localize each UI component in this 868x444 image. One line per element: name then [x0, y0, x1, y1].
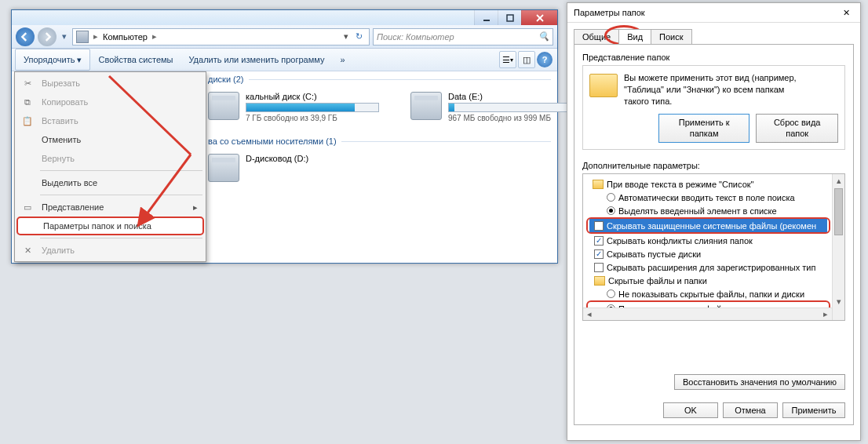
address-bar: ▾ ▸ Компьютер ▸ ▾ ↻ Поиск: Компьютер 🔍 — [12, 25, 557, 49]
system-properties-button[interactable]: Свойства системы — [90, 49, 181, 71]
advanced-label: Дополнительные параметры: — [582, 161, 845, 170]
copy-icon: ⧉ — [21, 96, 34, 108]
view-mode-button[interactable]: ☰▾ — [499, 51, 516, 68]
refresh-icon[interactable]: ↻ — [352, 31, 366, 42]
menu-separator — [40, 195, 202, 195]
apply-to-folders-button[interactable]: Применить к папкам — [658, 114, 749, 144]
breadcrumb-dropdown[interactable]: ▾ — [344, 31, 348, 42]
drive-usage-bar — [448, 103, 582, 112]
scroll-left-icon[interactable]: ◂ — [583, 308, 596, 320]
drive-icon — [410, 92, 442, 120]
group-description: Вы можете применить этот вид (например, … — [624, 72, 838, 143]
menu-select-all[interactable]: Выделить все — [16, 173, 204, 192]
toolbar-overflow[interactable]: » — [332, 49, 352, 71]
tree-option[interactable]: Скрывать расширения для зарегистрированн… — [586, 260, 830, 274]
folder-icon — [594, 276, 605, 286]
menu-folder-options[interactable]: Параметры папок и поиска — [16, 217, 204, 235]
computer-icon — [76, 31, 89, 43]
tree-option[interactable]: Выделять введенный элемент в списке — [586, 204, 830, 217]
drive-free-text: 967 МБ свободно из 999 МБ — [448, 114, 582, 122]
menu-undo[interactable]: Отменить — [16, 130, 204, 149]
menu-layout[interactable]: ▭Представление — [16, 198, 204, 217]
menu-copy[interactable]: ⧉Копировать — [16, 93, 204, 111]
checkbox-icon — [594, 263, 604, 272]
drive-name: Data (E:) — [448, 92, 582, 101]
tab-strip: Общие Вид Поиск — [567, 23, 860, 44]
tree-group: Скрытые файлы и папки — [586, 274, 830, 287]
scroll-right-icon[interactable]: ▸ — [819, 308, 832, 320]
cancel-button[interactable]: Отмена — [723, 402, 778, 418]
organize-menu: ✂Вырезать ⧉Копировать 📋Вставить Отменить… — [14, 71, 206, 262]
tab-view[interactable]: Вид — [618, 29, 651, 44]
search-icon: 🔍 — [538, 31, 549, 42]
reset-folders-button[interactable]: Сброс вида папок — [756, 114, 838, 144]
search-input[interactable]: Поиск: Компьютер 🔍 — [373, 28, 553, 45]
advanced-settings-tree[interactable]: При вводе текста в режиме "Список" Автом… — [582, 173, 845, 321]
drive-usage-bar — [246, 103, 379, 112]
checkbox-icon: ✓ — [594, 236, 604, 246]
dialog-title-bar[interactable]: Параметры папок ✕ — [567, 3, 860, 23]
drive-item[interactable]: кальный диск (C:) 7 ГБ свободно из 39,9 … — [208, 92, 379, 122]
menu-paste[interactable]: 📋Вставить — [16, 111, 204, 130]
window-maximize-button[interactable] — [498, 10, 521, 25]
tab-search[interactable]: Поиск — [651, 29, 691, 44]
folder-icon — [589, 74, 618, 97]
checkbox-icon: ✓ — [594, 249, 604, 259]
paste-icon: 📋 — [21, 115, 34, 127]
tree-option[interactable]: Автоматически вводить текст в поле поиск… — [586, 191, 830, 204]
window-minimize-button[interactable] — [474, 10, 498, 25]
drive-item[interactable]: D-дисковод (D:) — [208, 154, 308, 182]
dialog-footer: OK Отмена Применить — [574, 396, 853, 424]
tree-option[interactable]: ✓Скрывать пустые диски — [586, 247, 830, 260]
tree-group: При вводе текста в режиме "Список" — [586, 177, 830, 191]
annotation-highlight: Скрывать защищенные системные файлы (рек… — [586, 217, 830, 234]
drive-icon — [208, 92, 239, 120]
section-header-hdd: диски (2) — [208, 71, 551, 89]
help-button[interactable]: ? — [537, 52, 553, 67]
nav-forward-button[interactable] — [38, 27, 57, 46]
drive-name: кальный диск (C:) — [246, 92, 379, 101]
drive-free-text: 7 ГБ свободно из 39,9 ГБ — [246, 114, 379, 122]
tab-general[interactable]: Общие — [574, 29, 619, 44]
menu-delete[interactable]: ✕Удалить — [16, 241, 204, 260]
breadcrumb-item[interactable]: Компьютер — [103, 32, 148, 42]
group-caption: Представление папок — [582, 53, 845, 62]
tree-option[interactable]: ✓Скрывать конфликты слияния папок — [586, 234, 830, 247]
menu-separator — [40, 238, 202, 238]
window-close-button[interactable] — [521, 10, 557, 25]
delete-icon: ✕ — [21, 244, 34, 257]
drive-item[interactable]: Data (E:) 967 МБ свободно из 999 МБ — [410, 92, 582, 122]
dvd-icon — [208, 154, 239, 182]
toolbar: Упорядочить▾ Свойства системы Удалить ил… — [12, 49, 557, 71]
breadcrumb-sep: ▸ — [92, 31, 100, 42]
scroll-thumb[interactable] — [834, 188, 843, 235]
tree-option[interactable]: Не показывать скрытые файлы, папки и дис… — [586, 287, 830, 300]
folder-options-dialog: Параметры папок ✕ Общие Вид Поиск Предст… — [567, 2, 861, 441]
dialog-close-button[interactable]: ✕ — [838, 5, 854, 20]
dialog-title: Параметры папок — [574, 8, 645, 17]
horizontal-scrollbar[interactable]: ◂▸ — [583, 308, 832, 320]
ok-button[interactable]: OK — [663, 402, 718, 418]
svg-rect-1 — [507, 15, 513, 21]
menu-redo[interactable]: Вернуть — [16, 149, 204, 168]
radio-icon — [607, 289, 615, 298]
search-placeholder: Поиск: Компьютер — [377, 32, 454, 42]
folder-views-group: Вы можете применить этот вид (например, … — [582, 65, 845, 150]
breadcrumb[interactable]: ▸ Компьютер ▸ ▾ ↻ — [72, 28, 370, 45]
restore-defaults-button[interactable]: Восстановить значения по умолчанию — [674, 374, 845, 390]
preview-pane-button[interactable]: ◫ — [518, 51, 535, 68]
radio-icon — [607, 193, 615, 202]
breadcrumb-sep: ▸ — [151, 31, 159, 42]
title-bar[interactable] — [12, 10, 557, 25]
menu-cut[interactable]: ✂Вырезать — [16, 74, 204, 93]
nav-history-dropdown[interactable]: ▾ — [60, 31, 69, 42]
nav-back-button[interactable] — [16, 27, 35, 46]
uninstall-program-button[interactable]: Удалить или изменить программу — [181, 49, 332, 71]
apply-button[interactable]: Применить — [782, 402, 845, 418]
vertical-scrollbar[interactable]: ▴▾ — [832, 174, 844, 320]
scroll-up-icon[interactable]: ▴ — [833, 174, 844, 187]
layout-icon: ▭ — [21, 201, 34, 213]
scroll-down-icon[interactable]: ▾ — [833, 295, 844, 308]
organize-button[interactable]: Упорядочить▾ — [15, 49, 90, 71]
tree-option-hide-protected[interactable]: Скрывать защищенные системные файлы (рек… — [589, 219, 827, 232]
